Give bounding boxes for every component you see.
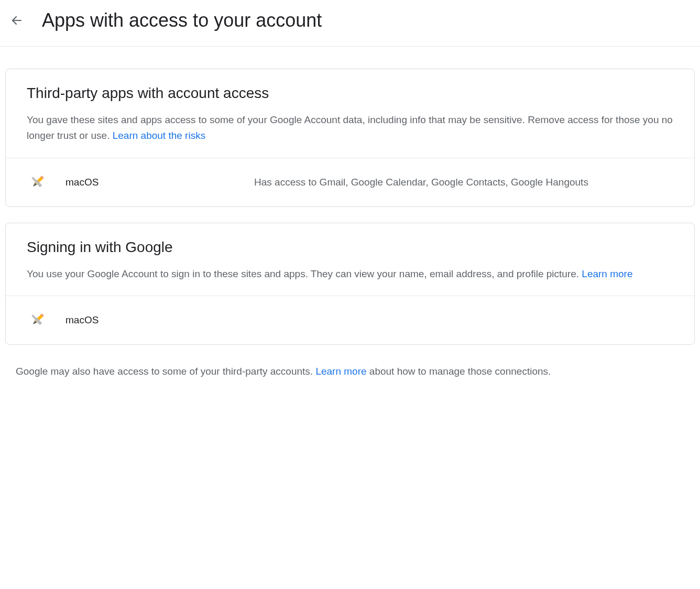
card-title: Third-party apps with account access — [27, 85, 673, 102]
learn-risks-link[interactable]: Learn about the risks — [113, 130, 205, 141]
card-description: You gave these sites and apps access to … — [27, 112, 673, 144]
content-area: Third-party apps with account access You… — [0, 47, 700, 394]
arrow-left-icon — [10, 14, 23, 27]
card-description: You use your Google Account to sign in t… — [27, 266, 673, 282]
page-title: Apps with access to your account — [42, 9, 322, 31]
app-row-macos[interactable]: macOS Has access to Gmail, Google Calend… — [6, 158, 694, 206]
signin-with-google-card: Signing in with Google You use your Goog… — [5, 223, 695, 345]
card-title: Signing in with Google — [27, 239, 673, 256]
app-access-label: Has access to Gmail, Google Calendar, Go… — [254, 174, 673, 190]
page-header: Apps with access to your account — [0, 0, 700, 47]
learn-more-footer-link[interactable]: Learn more — [315, 366, 366, 377]
macos-tools-icon — [27, 172, 48, 193]
app-name-label: macOS — [65, 177, 254, 188]
footer-note: Google may also have access to some of y… — [5, 361, 695, 383]
app-name-label: macOS — [65, 314, 254, 326]
macos-tools-icon — [27, 310, 48, 331]
learn-more-signin-link[interactable]: Learn more — [582, 268, 632, 279]
card-description-text: You use your Google Account to sign in t… — [27, 268, 582, 279]
card-header: Third-party apps with account access You… — [6, 69, 694, 158]
footer-text-post: about how to manage those connections. — [367, 366, 551, 377]
app-row-macos-signin[interactable]: macOS — [6, 296, 694, 344]
card-header: Signing in with Google You use your Goog… — [6, 223, 694, 296]
back-button[interactable] — [10, 14, 23, 27]
third-party-apps-card: Third-party apps with account access You… — [5, 69, 695, 207]
footer-text-pre: Google may also have access to some of y… — [16, 366, 315, 377]
